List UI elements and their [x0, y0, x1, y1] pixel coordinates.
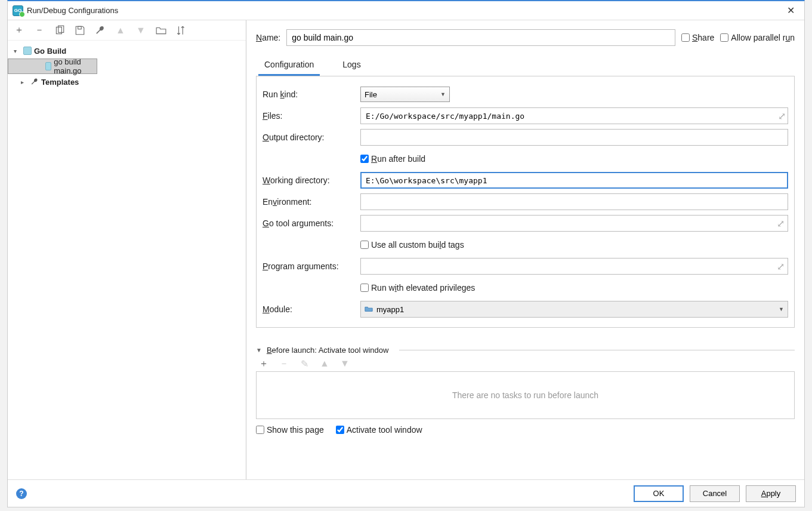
collapse-icon[interactable]: ▼: [256, 347, 262, 353]
chevron-down-icon: ▼: [779, 306, 784, 312]
before-launch-section: ▼ Before launch: Activate tool window ＋ …: [256, 346, 795, 435]
tree-label: Go Build: [34, 47, 66, 56]
remove-icon: －: [279, 358, 289, 369]
go-args-label: Go tool arguments:: [263, 218, 360, 228]
run-kind-label: Run kind:: [263, 90, 360, 99]
wrench-icon: [30, 78, 39, 86]
name-label: Name:: [256, 33, 280, 42]
before-launch-toolbar: ＋ － ✎ ▲ ▼: [256, 355, 795, 371]
name-input[interactable]: [286, 29, 675, 46]
help-icon[interactable]: ?: [16, 488, 27, 499]
run-debug-dialog: GO Run/Debug Configurations ✕ ＋ － ▲ ▼ ▾: [7, 0, 805, 507]
ok-button[interactable]: OK: [634, 485, 684, 502]
program-args-input[interactable]: [360, 258, 788, 275]
tree-label: Templates: [41, 78, 79, 87]
expand-icon[interactable]: ⤢: [777, 261, 785, 272]
program-args-label: Program arguments:: [263, 261, 360, 271]
elevated-privileges-checkbox[interactable]: Run with elevated privileges: [360, 283, 475, 293]
custom-build-tags-checkbox[interactable]: Use all custom build tags: [360, 240, 464, 250]
remove-icon[interactable]: －: [34, 25, 45, 36]
output-dir-label: Output directory:: [263, 133, 360, 142]
tree-group-templates[interactable]: ▸ Templates: [8, 74, 246, 90]
tab-configuration[interactable]: Configuration: [258, 55, 320, 76]
show-this-page-checkbox[interactable]: Show this page: [256, 425, 324, 435]
activate-tool-window-checkbox[interactable]: Activate tool window: [336, 425, 422, 435]
chevron-down-icon: ▾: [14, 48, 21, 54]
move-up-icon: ▲: [319, 358, 330, 369]
move-down-icon: ▼: [339, 358, 350, 369]
expand-icon[interactable]: ⤢: [778, 110, 786, 122]
run-kind-value: File: [365, 90, 377, 99]
go-icon: [23, 47, 32, 55]
copy-icon[interactable]: [54, 25, 65, 36]
divider: [399, 350, 795, 350]
run-after-build-checkbox[interactable]: Run after build: [360, 154, 425, 164]
share-checkbox[interactable]: Share: [681, 33, 714, 42]
tab-logs[interactable]: Logs: [336, 55, 366, 76]
module-label: Module:: [263, 304, 360, 314]
save-icon[interactable]: [75, 25, 85, 36]
cancel-button[interactable]: Cancel: [690, 485, 740, 502]
run-kind-select[interactable]: File ▼: [360, 87, 450, 102]
environment-input[interactable]: [360, 193, 788, 210]
move-up-icon: ▲: [115, 25, 126, 36]
right-pane: Name: Share Allow parallel run Configura…: [246, 20, 804, 479]
tree-label: go build main.go: [54, 57, 93, 75]
wrench-icon[interactable]: [95, 25, 106, 36]
apply-button[interactable]: Apply: [746, 485, 796, 502]
titlebar: GO Run/Debug Configurations ✕: [8, 1, 804, 20]
files-input[interactable]: [360, 107, 788, 124]
working-dir-input[interactable]: [360, 172, 788, 189]
name-row: Name: Share Allow parallel run: [256, 27, 795, 48]
before-launch-header: Before launch: Activate tool window: [267, 346, 389, 355]
chevron-down-icon: ▼: [440, 91, 446, 97]
tabs: Configuration Logs: [256, 55, 795, 76]
configuration-panel: Run kind: File ▼ Files: ⤢: [256, 76, 795, 328]
app-icon: GO: [13, 5, 23, 16]
module-select[interactable]: myapp1 ▼: [360, 301, 788, 318]
folder-icon[interactable]: [156, 25, 166, 36]
empty-tasks-label: There are no tasks to run before launch: [452, 390, 598, 400]
add-icon[interactable]: ＋: [258, 358, 269, 369]
window-title: Run/Debug Configurations: [27, 6, 782, 15]
environment-label: Environment:: [263, 197, 360, 207]
expand-icon[interactable]: ⤢: [777, 218, 785, 229]
close-icon[interactable]: ✕: [782, 4, 799, 17]
edit-icon: ✎: [299, 358, 310, 369]
tree-item-go-build-main[interactable]: go build main.go: [8, 59, 97, 74]
add-icon[interactable]: ＋: [14, 25, 24, 36]
move-down-icon: ▼: [135, 25, 146, 36]
module-value: myapp1: [376, 305, 404, 314]
module-icon: [365, 304, 373, 315]
working-dir-label: Working directory:: [263, 176, 360, 185]
chevron-right-icon: ▸: [21, 79, 28, 85]
sort-icon[interactable]: [176, 25, 187, 36]
svg-rect-2: [78, 26, 82, 29]
config-toolbar: ＋ － ▲ ▼: [8, 20, 246, 41]
go-args-input[interactable]: [360, 215, 788, 232]
dialog-footer: ? OK Cancel Apply: [8, 479, 804, 507]
output-dir-input[interactable]: [360, 129, 788, 146]
before-launch-tasks-list: There are no tasks to run before launch: [256, 371, 795, 419]
left-pane: ＋ － ▲ ▼ ▾ Go Build go build main.go: [8, 20, 246, 479]
files-label: Files:: [263, 111, 360, 121]
go-icon: [45, 62, 51, 70]
tree-group-go-build[interactable]: ▾ Go Build: [8, 43, 246, 59]
allow-parallel-checkbox[interactable]: Allow parallel run: [720, 33, 795, 42]
config-tree: ▾ Go Build go build main.go ▸ Templates: [8, 41, 246, 479]
